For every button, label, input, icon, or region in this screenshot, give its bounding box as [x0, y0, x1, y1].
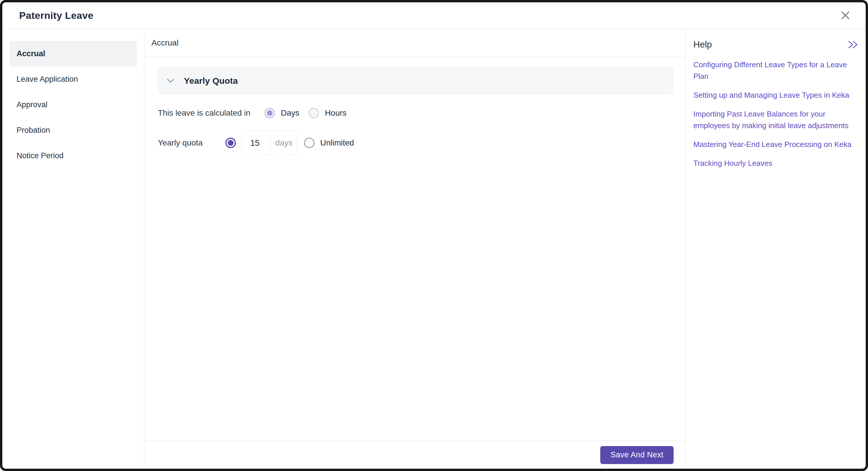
calculated-in-row: This leave is calculated in Days Hours: [158, 103, 673, 123]
yearly-quota-row: Yearly quota days Unlimited: [158, 131, 673, 155]
modal-titlebar: Paternity Leave: [2, 2, 866, 29]
sidebar-item-approval[interactable]: Approval: [9, 92, 137, 117]
option-hours: Hours: [309, 108, 347, 118]
quota-amount-radio[interactable]: [225, 138, 236, 148]
hours-radio-label[interactable]: Hours: [325, 108, 347, 118]
collapse-help-button[interactable]: [847, 40, 858, 49]
help-link-managing-leave-types[interactable]: Setting up and Managing Leave Types in K…: [693, 89, 860, 101]
help-title: Help: [693, 39, 712, 50]
page-title: Accrual: [151, 38, 178, 47]
sidebar-item-accrual[interactable]: Accrual: [9, 41, 137, 66]
unlimited-radio-label[interactable]: Unlimited: [320, 138, 354, 147]
help-links: Configuring Different Leave Types for a …: [693, 59, 860, 169]
days-radio-label[interactable]: Days: [281, 108, 300, 118]
option-unlimited: Unlimited: [304, 138, 354, 148]
help-link-tracking-hourly-leaves[interactable]: Tracking Hourly Leaves: [693, 157, 860, 169]
main-panel: Accrual Yearly Quota This leave is calcu…: [145, 29, 686, 469]
option-days: Days: [265, 108, 300, 118]
quota-unit-label: days: [271, 131, 297, 155]
close-button[interactable]: [838, 8, 853, 23]
sidebar-item-notice-period[interactable]: Notice Period: [9, 143, 137, 168]
sidebar-item-leave-application[interactable]: Leave Application: [9, 66, 137, 92]
leave-settings-modal: Paternity Leave Accrual Leave Applicatio…: [0, 0, 868, 471]
save-and-next-button[interactable]: Save And Next: [600, 446, 674, 464]
section-title: Yearly Quota: [184, 76, 238, 86]
help-link-year-end-processing[interactable]: Mastering Year-End Leave Processing on K…: [693, 139, 860, 150]
chevron-down-icon: [167, 78, 174, 83]
close-icon: [839, 9, 851, 22]
quota-value-input[interactable]: [241, 131, 271, 155]
help-link-configuring-leave-types[interactable]: Configuring Different Leave Types for a …: [693, 59, 860, 82]
help-header: Help: [693, 39, 860, 50]
double-chevron-right-icon: [847, 40, 858, 49]
days-radio[interactable]: [265, 108, 275, 118]
form-footer: Save And Next: [145, 441, 685, 469]
help-link-importing-past-balances[interactable]: Importing Past Leave Balances for your e…: [693, 108, 860, 131]
accrual-form: Yearly Quota This leave is calculated in…: [145, 57, 685, 441]
modal-title: Paternity Leave: [19, 10, 93, 21]
modal-body: Accrual Leave Application Approval Proba…: [2, 29, 866, 469]
main-header: Accrual: [145, 29, 685, 57]
quota-input-group: days: [241, 131, 297, 155]
sidebar-item-probation[interactable]: Probation: [9, 117, 137, 143]
yearly-quota-label: Yearly quota: [158, 138, 203, 147]
hours-radio[interactable]: [309, 108, 319, 118]
help-panel: Help Configuring Different Leave Types f…: [686, 29, 866, 469]
unlimited-radio[interactable]: [304, 138, 314, 148]
settings-sidebar: Accrual Leave Application Approval Proba…: [2, 29, 145, 469]
calculated-in-label: This leave is calculated in: [158, 108, 250, 118]
yearly-quota-section-header[interactable]: Yearly Quota: [158, 67, 673, 95]
